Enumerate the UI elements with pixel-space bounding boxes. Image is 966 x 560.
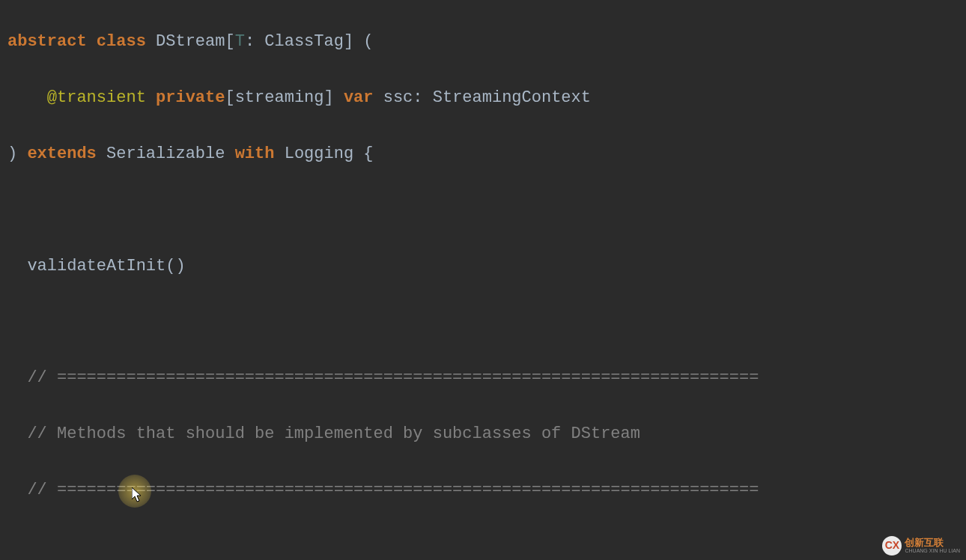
keyword-extends: extends [27, 144, 96, 163]
code-line[interactable]: // Methods that should be implemented by… [7, 420, 966, 448]
type-parameter: T [235, 32, 245, 51]
annotation-transient: @transient [47, 88, 146, 107]
code-line[interactable]: // =====================================… [7, 364, 966, 392]
watermark-logo-icon: CX [882, 536, 902, 556]
code-line[interactable]: abstract class DStream[T: ClassTag] ( [7, 28, 966, 55]
code-line-empty[interactable] [7, 308, 966, 335]
code-line-empty[interactable] [7, 196, 966, 224]
comment-divider: // =====================================… [27, 481, 759, 499]
var-decl: ssc: StreamingContext [374, 88, 591, 107]
class-name: DStream [156, 32, 225, 51]
watermark-label: 创新互联 CHUANG XIN HU LIAN [905, 538, 960, 554]
watermark: CX 创新互联 CHUANG XIN HU LIAN [882, 536, 960, 556]
keyword-private: private [156, 88, 225, 107]
keyword-with: with [235, 144, 275, 163]
comment-text: // Methods that should be implemented by… [27, 424, 640, 443]
comment-divider: // =====================================… [27, 368, 759, 387]
keyword-var: var [344, 88, 374, 107]
code-line[interactable]: validateAtInit() [7, 252, 966, 280]
keyword-class: class [97, 32, 146, 51]
code-line-empty[interactable] [7, 532, 966, 560]
method-call: validateAtInit() [27, 257, 185, 276]
code-line[interactable]: ) extends Serializable with Logging { [7, 140, 966, 168]
code-line[interactable]: @transient private[streaming] var ssc: S… [7, 84, 966, 112]
keyword-abstract: abstract [7, 32, 87, 51]
code-line[interactable]: // =====================================… [7, 476, 966, 504]
code-editor[interactable]: abstract class DStream[T: ClassTag] ( @t… [0, 0, 966, 560]
